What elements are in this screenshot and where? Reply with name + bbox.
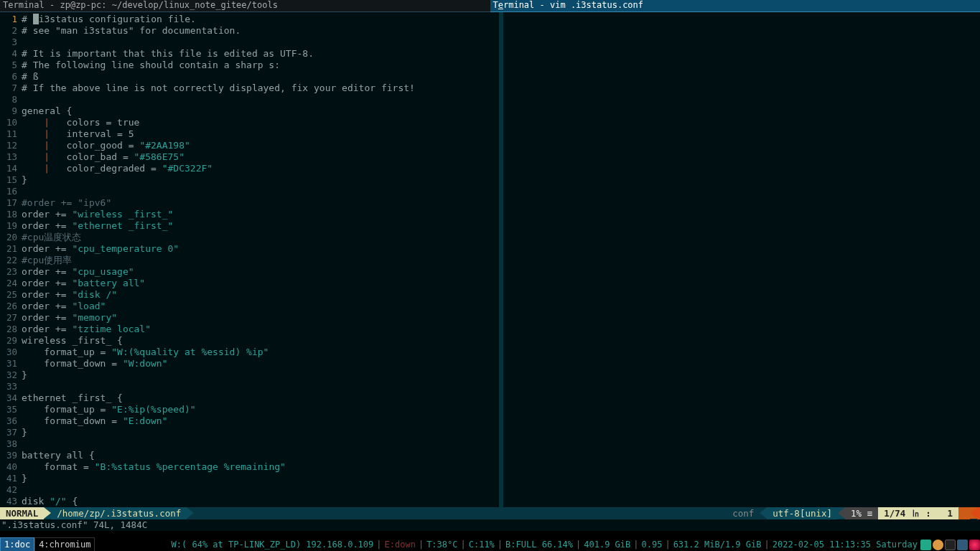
status-memory: 631.2 MiB/1.9 GiB [672,538,763,551]
airline-spacer [194,507,727,519]
code-line[interactable]: battery all { [22,450,499,461]
line-number: 35 [0,404,20,415]
code-line[interactable]: order += "battery all" [22,278,499,289]
code-line[interactable]: # ß [22,71,499,83]
tab-terminal-right[interactable]: Terminal - vim .i3status.conf [490,0,981,12]
code-line[interactable]: } [22,174,499,186]
code-line[interactable]: ethernet _first_ { [22,392,499,404]
tray-network-icon[interactable] [957,540,968,550]
code-line[interactable] [22,484,499,496]
airline-position: 1/74 ㏑ : 1 [878,507,958,519]
line-number: 15 [0,174,20,186]
code-line[interactable]: | colors = true [22,117,499,128]
code-line[interactable] [22,381,499,392]
line-number: 2 [0,25,20,37]
airline-filepath: /home/zp/.i3status.conf [51,507,187,519]
status-sep: | [496,538,504,551]
code-line[interactable]: format_up = "W:(%quality at %essid) %ip" [22,347,499,358]
code-pane-right[interactable] [503,12,981,507]
code-line[interactable]: | color_degraded = "#DC322F" [22,163,499,174]
airline-error [977,507,980,519]
code-line[interactable]: # The following line should contain a sh… [22,60,499,71]
line-number: 33 [0,381,20,392]
sep-icon [760,507,767,519]
code-line[interactable]: order += "memory" [22,312,499,324]
code-line[interactable] [22,37,499,48]
line-number: 24 [0,278,20,289]
code-line[interactable]: #cpu温度状态 [22,232,499,243]
code-pane-left[interactable]: # i3status configuration file.# see "man… [20,12,499,507]
code-line[interactable]: wireless _first_ { [22,335,499,347]
workspace-4[interactable]: 4:chromium [34,537,95,551]
line-number: 10 [0,117,20,128]
line-number: 40 [0,461,20,473]
code-line[interactable]: disk "/" { [22,496,499,507]
line-number: 21 [0,243,20,255]
code-line[interactable]: | color_bad = "#586E75" [22,151,499,163]
line-number: 25 [0,289,20,301]
tray-speaker-icon[interactable] [945,540,956,550]
code-line[interactable] [22,94,499,105]
line-number: 28 [0,324,20,335]
status-cpu: C:11% [467,538,496,551]
tray-wifi-icon[interactable] [920,540,931,550]
line-number: 38 [0,438,20,450]
code-line[interactable]: format_up = "E:%ip(%speed)" [22,404,499,415]
tab-terminal-left[interactable]: Terminal - zp@zp-pc: ~/develop/linux_not… [0,0,490,12]
vim-airline: NORMAL /home/zp/.i3status.conf conf utf-… [0,507,980,519]
line-number: 6 [0,71,20,83]
code-line[interactable]: #order += "ipv6" [22,197,499,209]
tray-app2-icon[interactable] [969,540,980,550]
line-number: 18 [0,209,20,220]
tray-app-icon[interactable] [933,540,943,550]
vim-cmdline[interactable]: ".i3status.conf" 74L, 1484C [0,519,980,531]
code-line[interactable]: general { [22,105,499,117]
line-number: 29 [0,335,20,347]
code-line[interactable]: } [22,473,499,484]
gap [0,531,980,538]
sep-icon [838,507,845,519]
code-line[interactable]: order += "wireless _first_" [22,209,499,220]
status-sep: | [375,538,383,551]
line-number: 9 [0,105,20,117]
code-line[interactable]: order += "disk /" [22,289,499,301]
code-line[interactable]: format_down = "E:down" [22,415,499,427]
code-line[interactable]: order += "cpu_usage" [22,266,499,278]
code-line[interactable]: # It is important that this file is edit… [22,48,499,60]
line-number-gutter: 1234567891011121314151617181920212223242… [0,12,20,507]
workspace-1[interactable]: 1:doc [0,537,34,551]
line-number: 22 [0,255,20,266]
line-number: 34 [0,392,20,404]
line-number: 41 [0,473,20,484]
code-line[interactable]: order += "cpu_temperature 0" [22,243,499,255]
code-line[interactable]: | color_good = "#2AA198" [22,140,499,151]
code-line[interactable] [22,186,499,197]
code-line[interactable]: order += "load" [22,301,499,312]
code-line[interactable]: # see "man i3status" for documentation. [22,25,499,37]
line-number: 16 [0,186,20,197]
code-line[interactable]: format_down = "W:down" [22,358,499,369]
status-datetime: 2022-02-05 11:13:35 Saturday [771,538,919,551]
tab-right-mnemonic: e [498,0,503,10]
line-number: 12 [0,140,20,151]
line-number: 11 [0,128,20,140]
code-line[interactable]: # i3status configuration file. [22,14,499,25]
code-line[interactable]: format = "B:%status %percentage %remaini… [22,461,499,473]
code-line[interactable]: | interval = 5 [22,128,499,140]
sep-icon [44,507,51,519]
line-number: 32 [0,369,20,381]
code-line[interactable]: } [22,369,499,381]
code-line[interactable]: #cpu使用率 [22,255,499,266]
line-number: 36 [0,415,20,427]
status-disk: 401.9 GiB [582,538,632,551]
code-line[interactable]: order += "tztime local" [22,324,499,335]
code-line[interactable]: order += "ethernet _first_" [22,220,499,232]
code-line[interactable]: } [22,427,499,438]
line-number: 43 [0,496,20,507]
status-load: 0.95 [640,538,664,551]
code-line[interactable] [22,438,499,450]
code-line[interactable]: # If the above line is not correctly dis… [22,83,499,94]
status-ethernet: E:down [383,538,417,551]
status-sep: | [417,538,425,551]
status-wifi: W:( 64% at TP-LINK_ZP_LD) 192.168.0.109 [170,538,375,551]
